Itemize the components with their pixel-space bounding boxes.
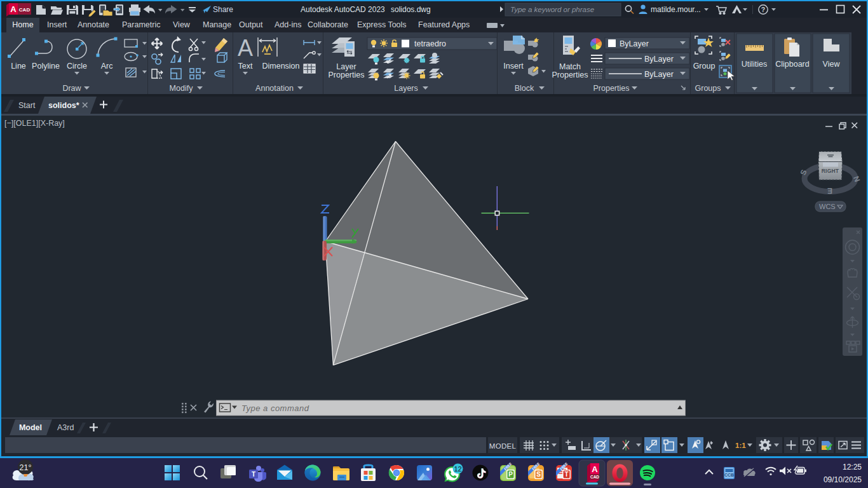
svg-text:Dimension: Dimension bbox=[262, 62, 299, 71]
svg-text:S: S bbox=[536, 471, 541, 478]
svg-text:Autodesk AutoCAD 2023: Autodesk AutoCAD 2023 bbox=[301, 5, 385, 14]
svg-text:Insert: Insert bbox=[503, 62, 524, 71]
svg-text:12:25: 12:25 bbox=[843, 463, 862, 471]
svg-text:Properties: Properties bbox=[593, 84, 630, 93]
svg-text:View: View bbox=[823, 60, 841, 69]
svg-text:Groups: Groups bbox=[695, 84, 721, 93]
svg-text:Type a keyword or phrase: Type a keyword or phrase bbox=[510, 6, 594, 13]
svg-text:WCS: WCS bbox=[819, 203, 836, 210]
svg-text:A3rd: A3rd bbox=[57, 423, 74, 432]
svg-text:CCB: CCB bbox=[724, 473, 734, 477]
svg-text:1:1: 1:1 bbox=[735, 442, 746, 449]
svg-text:Share: Share bbox=[213, 5, 233, 14]
svg-text:ByLayer: ByLayer bbox=[644, 70, 674, 79]
svg-text:Layers: Layers bbox=[394, 84, 418, 93]
svg-text:Block: Block bbox=[515, 84, 534, 93]
svg-text:Clipboard: Clipboard bbox=[775, 60, 810, 69]
svg-text:tetraedro: tetraedro bbox=[414, 39, 446, 48]
svg-text:Modify: Modify bbox=[170, 84, 194, 93]
svg-text:MODEL: MODEL bbox=[489, 442, 517, 450]
svg-text:Annotation: Annotation bbox=[255, 84, 294, 93]
svg-text:?: ? bbox=[761, 6, 765, 13]
svg-text:Properties: Properties bbox=[552, 71, 588, 79]
svg-text:A: A bbox=[10, 4, 17, 14]
svg-text:matilde.mour...: matilde.mour... bbox=[651, 5, 701, 14]
svg-text:Polyline: Polyline bbox=[32, 62, 60, 71]
svg-text:Utilities: Utilities bbox=[742, 60, 767, 69]
svg-text:solidos*: solidos* bbox=[48, 101, 79, 110]
svg-text:T: T bbox=[252, 471, 255, 478]
svg-text:A: A bbox=[592, 464, 598, 474]
svg-text:12: 12 bbox=[454, 465, 461, 473]
svg-text:CAD: CAD bbox=[19, 7, 31, 13]
svg-text:solidos.dwg: solidos.dwg bbox=[391, 5, 431, 14]
svg-text:A: A bbox=[238, 35, 253, 61]
svg-text:Draw: Draw bbox=[62, 84, 81, 93]
svg-text:ByLayer: ByLayer bbox=[644, 55, 674, 64]
svg-text:P: P bbox=[508, 471, 513, 478]
svg-text:Match: Match bbox=[559, 62, 581, 71]
svg-text:Line: Line bbox=[11, 62, 26, 71]
svg-text:Circle: Circle bbox=[67, 62, 87, 71]
svg-text:CAD: CAD bbox=[590, 475, 599, 479]
svg-text:[−][OLE1][X-Ray]: [−][OLE1][X-Ray] bbox=[4, 119, 65, 128]
svg-text:E: E bbox=[827, 186, 832, 195]
svg-text:Arc: Arc bbox=[101, 62, 113, 71]
svg-text:Properties: Properties bbox=[329, 71, 365, 79]
svg-text:Text: Text bbox=[238, 62, 253, 71]
svg-text:21°: 21° bbox=[20, 463, 32, 472]
svg-text:T: T bbox=[564, 471, 568, 478]
svg-text:ByLayer: ByLayer bbox=[620, 39, 649, 48]
svg-text:Model: Model bbox=[19, 423, 42, 432]
svg-text:09/10/2025: 09/10/2025 bbox=[824, 475, 862, 484]
svg-text:RIGHT: RIGHT bbox=[822, 168, 839, 174]
svg-text:Group: Group bbox=[693, 62, 715, 71]
svg-text:Start: Start bbox=[18, 101, 36, 110]
svg-text:Layer: Layer bbox=[336, 62, 356, 71]
svg-text:Type a command: Type a command bbox=[241, 403, 309, 413]
